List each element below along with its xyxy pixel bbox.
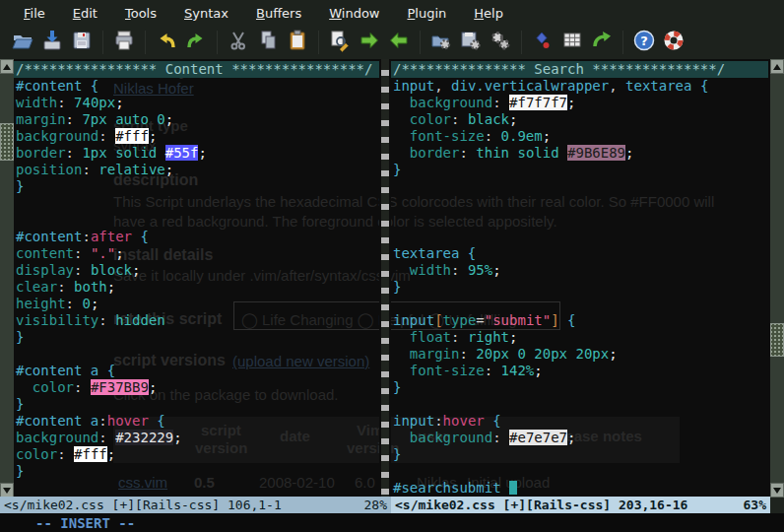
toolbar-cut-button[interactable] [224,29,253,56]
code-token: #content [16,78,82,94]
hex-color-highlight: #fff [115,128,149,144]
toolbar-save-all-button[interactable] [67,29,97,56]
code-token: 740px [66,95,116,110]
scrollbar-right[interactable] [770,59,784,497]
code-token: { [459,245,476,261]
code-token: ] [551,312,558,328]
toolbar-paste-button[interactable] [283,29,312,56]
statusline-percent: 28% [364,498,387,512]
code-line: } [393,162,768,178]
code-token [393,363,410,378]
toolbar-save-button[interactable] [37,29,67,56]
statusline-right[interactable]: <s/mike02.css [+][Rails-css] 203,16-16 6… [391,497,770,513]
code-line [16,480,379,497]
scroll-down-button[interactable] [770,483,784,498]
code-token: ; [91,296,98,311]
code-line: #content a:hover { [16,413,379,430]
menu-item-plugin[interactable]: Plugin [393,2,460,25]
toolbar-build-tags-button[interactable] [557,29,587,56]
scrollbar-left[interactable] [0,59,14,497]
code-line: float: right; [393,329,768,346]
help-circle-icon: ? [632,29,656,56]
hex-color-highlight: #f7f7f7 [509,95,567,110]
gvim-window: FileEditToolsSyntaxBuffersWindowPluginHe… [0,0,784,532]
code-line: background: #232229; [16,430,379,446]
command-line[interactable]: -- INSERT -- [0,513,784,532]
menu-item-buffers[interactable]: Buffers [242,2,315,25]
code-token: border [16,145,66,161]
code-token: : [57,95,65,110]
code-token: { [98,363,115,378]
toolbar-separator [102,31,103,54]
toolbar-jump-to-tag-button[interactable] [587,29,617,56]
code-token: : [98,312,106,328]
code-token: hover [443,413,485,429]
statusline-file-info: <s/mike02.css [+][Rails-css] 203,16-16 [395,498,687,512]
code-token: after [91,229,132,244]
code-line: input[type="submit"] { [393,312,768,329]
code-token: /**************** Content **************… [16,61,372,77]
code-token: "submit" [485,312,551,328]
toolbar-help-button[interactable]: ? [629,29,659,56]
code-token: input [393,78,434,94]
toolbar-find-replace-button[interactable] [325,29,355,56]
toolbar-copy-button[interactable] [253,29,283,56]
code-line [393,212,768,229]
code-token: : [492,95,500,110]
code-token: color [410,111,451,127]
code-line: } [393,279,768,296]
code-line: #content { [16,78,379,95]
vertical-split-separator[interactable] [379,59,391,497]
statusline-file-info: <s/mike02.css [+][Rails-css] 106,1-1 [4,498,282,512]
scrollbar-thumb[interactable] [770,323,784,357]
code-token [107,128,115,144]
code-token [82,379,90,395]
code-line: /*************** Search ***************/ [391,61,768,78]
code-line: } [393,446,768,463]
toolbar-print-button[interactable] [109,29,139,56]
lifebuoy-icon [662,29,686,56]
code-token: 7px auto 0 [74,111,165,127]
menu-item-tools[interactable]: Tools [111,2,170,25]
toolbar-open-button[interactable] [8,29,37,56]
code-token: ; [165,162,173,177]
menu-item-syntax[interactable]: Syntax [170,2,242,25]
menu-bar: FileEditToolsSyntaxBuffersWindowPluginHe… [0,0,784,26]
scroll-down-button[interactable] [0,483,14,498]
hex-color-highlight: #232229 [115,430,173,445]
toolbar-load-session-button[interactable] [426,29,456,56]
code-token [66,446,74,462]
code-pane-right[interactable]: /*************** Search ***************/… [393,61,768,497]
toolbar-find-prev-button[interactable] [384,29,414,56]
toolbar-undo-button[interactable] [152,29,181,56]
toolbar-run-script-button[interactable] [486,29,515,56]
menu-item-file[interactable]: File [10,2,59,25]
toolbar-save-session-button[interactable] [456,29,486,56]
toolbar-make-button[interactable] [528,29,557,56]
arrow-left-icon [387,29,411,56]
scroll-up-button[interactable] [770,59,784,74]
scrollbar-thumb[interactable] [0,123,14,161]
code-token: position [16,162,82,177]
code-token [393,262,410,278]
scroll-up-button[interactable] [0,59,14,74]
toolbar-find-next-button[interactable] [355,29,384,56]
code-token: font-size [410,128,485,144]
toolbar-redo-button[interactable] [181,29,211,56]
code-line: } [16,329,379,346]
code-token: thin solid [468,145,567,161]
code-token: background [16,128,98,144]
menu-item-help[interactable]: Help [460,2,517,25]
menu-item-edit[interactable]: Edit [59,2,111,25]
menu-item-window[interactable]: Window [315,2,393,25]
code-token: block [82,262,132,278]
code-token: , [609,78,617,94]
svg-text:?: ? [640,33,648,48]
code-pane-left[interactable]: /**************** Content **************… [16,61,379,497]
toolbar-find-in-help-button[interactable] [659,29,688,56]
code-token: [ [434,312,442,328]
code-token: right [459,329,509,345]
code-line [393,178,768,195]
code-token: ; [625,145,633,161]
statusline-left[interactable]: <s/mike02.css [+][Rails-css] 106,1-1 28% [0,497,391,513]
